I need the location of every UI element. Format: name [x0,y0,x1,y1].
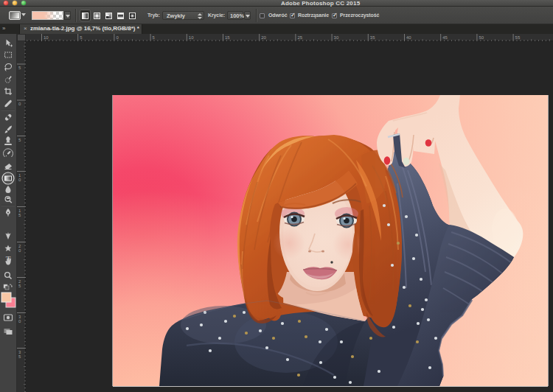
svg-text:5: 5 [18,284,21,288]
svg-text:10: 10 [44,35,49,40]
svg-text:15: 15 [225,35,230,40]
svg-text:0: 0 [18,178,21,182]
svg-text:5: 5 [153,35,156,40]
svg-text:30: 30 [334,35,339,40]
svg-text:5: 5 [18,213,21,217]
svg-text:5: 5 [18,66,21,70]
svg-text:55: 55 [515,35,521,40]
svg-text:0: 0 [18,248,21,253]
svg-text:5: 5 [18,138,21,142]
svg-text:0: 0 [116,35,119,40]
svg-text:0: 0 [18,319,21,323]
svg-text:5: 5 [80,35,83,40]
svg-text:0: 0 [18,102,21,106]
svg-text:35: 35 [370,35,375,40]
svg-text:5: 5 [18,354,21,359]
svg-text:40: 40 [406,35,411,40]
svg-text:20: 20 [261,35,266,40]
svg-text:10: 10 [189,35,194,40]
svg-text:50: 50 [479,35,484,40]
svg-text:45: 45 [442,35,448,40]
svg-text:25: 25 [297,35,302,40]
